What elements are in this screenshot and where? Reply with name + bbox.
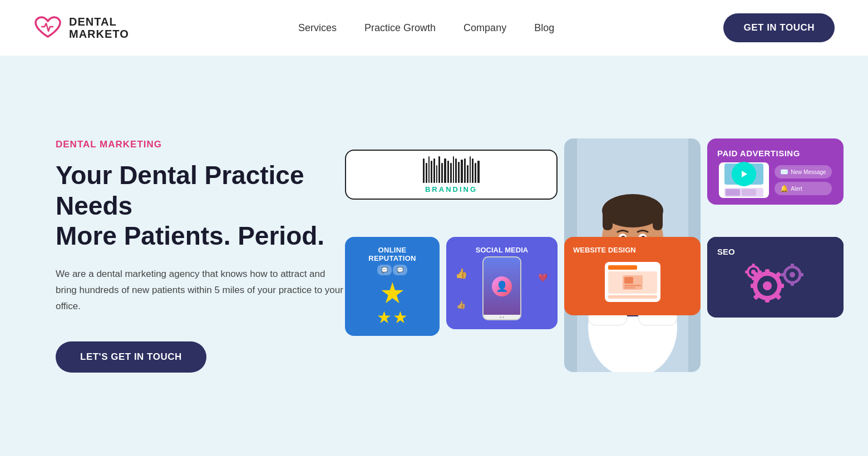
svg-rect-31	[791, 264, 794, 268]
phone-dot	[500, 316, 501, 318]
logo[interactable]: DENTAL MARKETO	[33, 16, 129, 40]
hero-cta-button[interactable]: LET'S GET IN TOUCH	[56, 341, 206, 373]
logo-name-bot: MARKETO	[69, 28, 129, 40]
hero-section: DENTAL MARKETING Your Dental Practice Ne…	[0, 56, 868, 456]
svg-point-30	[790, 272, 795, 277]
social-title: SOCIAL MEDIA	[455, 246, 549, 254]
notif-2: 🔔 Alert	[775, 182, 831, 195]
svg-rect-21	[765, 269, 770, 275]
chat-bubbles-row: 💬 💬	[377, 265, 407, 275]
phone-bottom-bar	[484, 315, 520, 319]
star-row-small: ★ ★	[377, 308, 408, 327]
svg-rect-23	[751, 284, 756, 288]
svg-rect-24	[778, 284, 784, 288]
svg-point-20	[763, 281, 772, 290]
hero-title: Your Dental Practice Needs More Patients…	[56, 160, 345, 251]
hero-right-grid: BRANDING	[345, 138, 844, 373]
website-content	[608, 271, 657, 294]
card-seo: SEO	[707, 237, 844, 318]
bubble-1: 💬	[377, 265, 392, 275]
like-icon-1: 👍	[455, 267, 467, 280]
star-small-1: ★	[377, 308, 392, 327]
website-bar	[608, 295, 657, 299]
nav-link-company[interactable]: Company	[463, 22, 506, 34]
hero-title-line1: Your Dental Practice Needs	[56, 161, 304, 220]
phone-face: 👤	[492, 276, 512, 296]
hero-left: DENTAL MARKETING Your Dental Practice Ne…	[56, 139, 345, 372]
svg-rect-22	[765, 297, 770, 303]
like-icon-2: ❤️	[538, 273, 548, 282]
hero-description: We are a dental marketing agency that kn…	[56, 266, 345, 315]
website-visual	[573, 257, 692, 306]
reputation-title: ONLINE REPUTATION	[354, 246, 431, 262]
nav-links: Services Practice Growth Company Blog	[298, 22, 554, 34]
ad-notifications: ✉️ New Message 🔔 Alert	[775, 165, 831, 195]
paid-title: PAID ADVERTISING	[717, 148, 834, 158]
card-website-design: WEBSITE DESIGN	[564, 237, 701, 315]
logo-name-top: DENTAL	[69, 16, 129, 28]
paid-visual: ✉️ New Message 🔔 Alert	[717, 162, 834, 198]
website-design-title: WEBSITE DESIGN	[573, 246, 692, 254]
website-icon	[622, 274, 644, 291]
phone-dot-2	[502, 316, 504, 318]
svg-marker-14	[742, 171, 747, 177]
svg-rect-33	[781, 273, 786, 276]
phone-screen: 👤	[484, 257, 520, 315]
svg-rect-37	[752, 264, 754, 267]
svg-rect-38	[752, 277, 754, 280]
card-paid-advertising: PAID ADVERTISING	[707, 138, 844, 205]
nav-link-blog[interactable]: Blog	[534, 22, 554, 34]
phone-mockup: 👤	[482, 256, 521, 320]
navbar: DENTAL MARKETO Services Practice Growth …	[0, 0, 868, 56]
logo-text: DENTAL MARKETO	[69, 16, 129, 40]
social-visual: 👤 👍 ❤️ 👍	[455, 256, 549, 320]
svg-rect-16	[624, 277, 633, 284]
svg-rect-6	[603, 208, 613, 230]
svg-rect-40	[758, 271, 762, 274]
star-group: 💬 💬 ★ ★ ★	[377, 265, 408, 327]
star-main: ★	[379, 279, 406, 308]
svg-rect-18	[624, 287, 635, 289]
nav-link-services[interactable]: Services	[298, 22, 337, 34]
branding-label: BRANDING	[425, 185, 477, 194]
bubble-2: 💬	[393, 265, 407, 275]
barcode-lines	[423, 156, 480, 183]
svg-rect-32	[791, 281, 794, 286]
card-social-media: SOCIAL MEDIA 👤 👍 ❤️ 👍	[446, 237, 558, 329]
svg-rect-34	[799, 273, 803, 276]
hero-tag: DENTAL MARKETING	[56, 139, 345, 150]
notif-1: ✉️ New Message	[775, 165, 831, 179]
star-small-2: ★	[393, 308, 408, 327]
play-icon	[732, 162, 756, 186]
ad-screen-inner	[724, 163, 763, 185]
hero-title-line2: More Patients. Period.	[56, 221, 324, 250]
card-online-reputation: ONLINE REPUTATION 💬 💬 ★ ★ ★	[345, 237, 440, 336]
svg-rect-7	[653, 208, 663, 230]
seo-gears-svg	[742, 261, 809, 311]
like-icon-3: 👍	[456, 300, 466, 309]
nav-link-practice-growth[interactable]: Practice Growth	[364, 22, 436, 34]
seo-title: SEO	[717, 247, 834, 256]
svg-point-36	[751, 270, 756, 274]
logo-icon	[33, 16, 62, 40]
branding-barcode: BRANDING	[423, 156, 480, 194]
reputation-stars: 💬 💬 ★ ★ ★	[354, 265, 431, 327]
website-mockup	[605, 262, 660, 302]
card-branding: BRANDING	[345, 150, 558, 200]
ad-screen	[719, 162, 769, 198]
nav-cta-button[interactable]: GET IN TOUCH	[723, 13, 835, 42]
svg-rect-39	[745, 271, 748, 274]
seo-gears	[717, 261, 834, 311]
svg-rect-17	[624, 285, 641, 286]
